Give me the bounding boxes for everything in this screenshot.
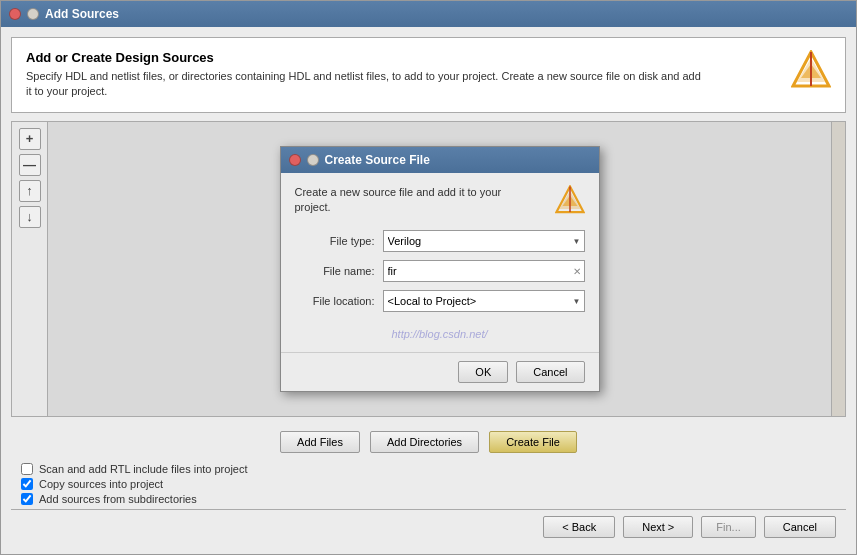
close-btn[interactable] — [9, 8, 21, 20]
sidebar: + — ↑ ↓ — [12, 122, 48, 416]
wizard-header: Add or Create Design Sources Specify HDL… — [11, 37, 846, 113]
wizard-nav: < Back Next > Fin... Cancel — [11, 509, 846, 544]
up-icon-btn[interactable]: ↑ — [19, 180, 41, 202]
finish-button[interactable]: Fin... — [701, 516, 755, 538]
add-directories-button[interactable]: Add Directories — [370, 431, 479, 453]
create-file-button[interactable]: Create File — [489, 431, 577, 453]
file-type-select-wrapper: Verilog VHDL SystemVerilog — [383, 230, 585, 252]
wizard-header-text: Add or Create Design Sources Specify HDL… — [26, 50, 706, 100]
remove-icon-btn[interactable]: — — [19, 154, 41, 176]
wizard-title: Add or Create Design Sources — [26, 50, 706, 65]
copy-checkbox-item: Copy sources into project — [21, 478, 836, 490]
file-location-label: File location: — [295, 295, 375, 307]
bottom-buttons: Add Files Add Directories Create File — [11, 425, 846, 459]
title-bar: Add Sources — [1, 1, 856, 27]
dialog-content: Create a new source file and add it to y… — [281, 173, 599, 352]
dialog-cancel-button[interactable]: Cancel — [516, 361, 584, 383]
checkboxes-row: Scan and add RTL include files into proj… — [11, 459, 846, 509]
vivado-logo-icon — [791, 50, 831, 90]
copy-checkbox-label: Copy sources into project — [39, 478, 163, 490]
panel-area: + — ↑ ↓ Use Add F Create Source Fil — [11, 121, 846, 417]
dialog-footer: OK Cancel — [281, 352, 599, 391]
dialog-title: Create Source File — [325, 153, 430, 167]
copy-checkbox[interactable] — [21, 478, 33, 490]
file-location-row: File location: <Local to Project> — [295, 290, 585, 312]
file-name-field: ✕ — [383, 260, 585, 282]
file-type-row: File type: Verilog VHDL SystemVerilog — [295, 230, 585, 252]
scan-checkbox-label: Scan and add RTL include files into proj… — [39, 463, 248, 475]
wizard-description: Specify HDL and netlist files, or direct… — [26, 69, 706, 100]
dialog-header-row: Create a new source file and add it to y… — [295, 185, 585, 216]
subdirs-checkbox-label: Add sources from subdirectories — [39, 493, 197, 505]
down-icon-btn[interactable]: ↓ — [19, 206, 41, 228]
window-title: Add Sources — [45, 7, 119, 21]
watermark-text: http://blog.csdn.net/ — [391, 328, 487, 340]
minimize-btn[interactable] — [27, 8, 39, 20]
file-name-input-wrapper: ✕ — [383, 260, 585, 282]
nav-cancel-button[interactable]: Cancel — [764, 516, 836, 538]
file-type-field: Verilog VHDL SystemVerilog — [383, 230, 585, 252]
right-scrollbar[interactable] — [831, 122, 845, 416]
file-location-select[interactable]: <Local to Project> — [383, 290, 585, 312]
file-location-select-wrapper: <Local to Project> — [383, 290, 585, 312]
file-location-field: <Local to Project> — [383, 290, 585, 312]
dialog-titlebar: Create Source File — [281, 147, 599, 173]
next-button[interactable]: Next > — [623, 516, 693, 538]
dialog-min-btn[interactable] — [307, 154, 319, 166]
subdirs-checkbox-item: Add sources from subdirectories — [21, 493, 836, 505]
scan-checkbox[interactable] — [21, 463, 33, 475]
file-name-input[interactable] — [383, 260, 585, 282]
scan-checkbox-item: Scan and add RTL include files into proj… — [21, 463, 836, 475]
file-name-row: File name: ✕ — [295, 260, 585, 282]
dialog-description: Create a new source file and add it to y… — [295, 185, 515, 216]
add-icon-btn[interactable]: + — [19, 128, 41, 150]
file-type-label: File type: — [295, 235, 375, 247]
outer-window: Add Sources Add or Create Design Sources… — [0, 0, 857, 555]
panel-main: Use Add F Create Source File — [48, 122, 831, 416]
dialog-close-btn[interactable] — [289, 154, 301, 166]
main-content: Add or Create Design Sources Specify HDL… — [1, 27, 856, 554]
dialog-logo-icon — [555, 185, 585, 215]
file-type-select[interactable]: Verilog VHDL SystemVerilog — [383, 230, 585, 252]
dialog-overlay: Create Source File Create a new source f… — [48, 122, 831, 416]
subdirs-checkbox[interactable] — [21, 493, 33, 505]
dialog-ok-button[interactable]: OK — [458, 361, 508, 383]
add-files-button[interactable]: Add Files — [280, 431, 360, 453]
back-button[interactable]: < Back — [543, 516, 615, 538]
create-source-dialog: Create Source File Create a new source f… — [280, 146, 600, 392]
input-clear-icon[interactable]: ✕ — [573, 265, 581, 276]
file-name-label: File name: — [295, 265, 375, 277]
